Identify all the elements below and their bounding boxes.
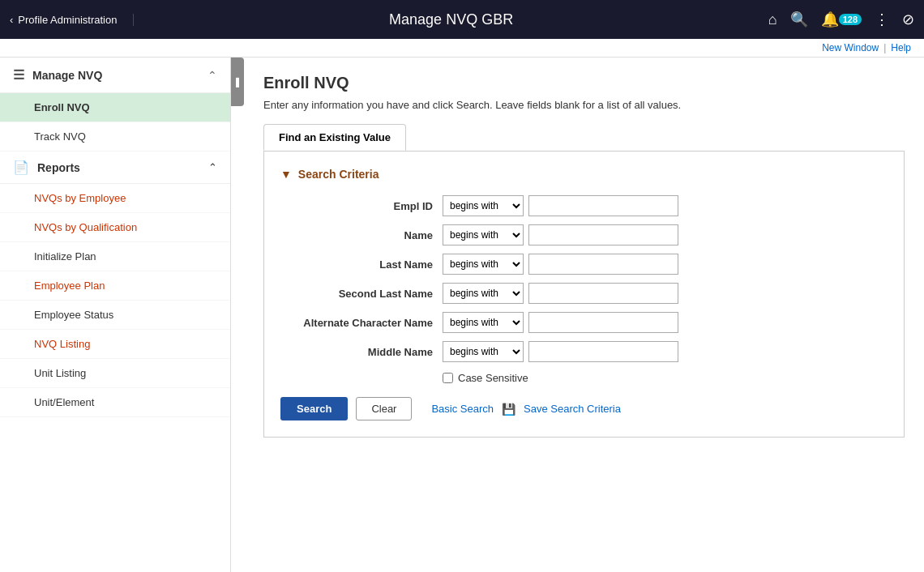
second-last-name-operator-select[interactable]: begins with contains = xyxy=(443,283,524,304)
page-header-title: Manage NVQ GBR xyxy=(134,11,768,28)
clear-button[interactable]: Clear xyxy=(356,397,412,420)
unit-element-label: Unit/Element xyxy=(34,396,94,408)
tab-find-existing-value[interactable]: Find an Existing Value xyxy=(263,124,406,151)
form-row-name: Name begins with contains = xyxy=(280,224,888,245)
search-button[interactable]: Search xyxy=(280,397,348,420)
form-row-second-last-name: Second Last Name begins with contains = xyxy=(280,283,888,304)
tab-find-existing-label: Find an Existing Value xyxy=(279,131,391,143)
case-sensitive-row: Case Sensitive xyxy=(443,372,888,384)
search-criteria-arrow-icon: ▼ xyxy=(280,168,292,181)
search-icon[interactable]: 🔍 xyxy=(790,11,808,28)
alternate-char-name-operator-select[interactable]: begins with contains = xyxy=(443,312,524,333)
alternate-char-name-label: Alternate Character Name xyxy=(280,317,443,329)
tabs-container: Find an Existing Value xyxy=(263,124,905,151)
case-sensitive-checkbox[interactable] xyxy=(443,373,453,383)
form-row-last-name: Last Name begins with contains = xyxy=(280,254,888,275)
sidebar-item-initialize-plan[interactable]: Initialize Plan xyxy=(0,242,230,271)
track-nvq-label: Track NVQ xyxy=(34,130,86,143)
save-search-criteria-button[interactable]: Save Search Criteria xyxy=(524,403,621,415)
sidebar-item-nvqs-by-employee[interactable]: NVQs by Employee xyxy=(0,184,230,213)
unit-listing-label: Unit Listing xyxy=(34,367,86,379)
notification-bell[interactable]: 🔔 128 xyxy=(821,11,862,28)
sidebar: ☰ Manage NVQ ⌃ Enroll NVQ Track NVQ 📄 Re… xyxy=(0,58,231,572)
top-bar-icons: ⌂ 🔍 🔔 128 ⋮ ⊘ xyxy=(768,11,914,28)
sidebar-section-reports[interactable]: 📄 Reports ⌃ xyxy=(0,152,230,184)
last-name-operator-select[interactable]: begins with contains = xyxy=(443,254,524,275)
sidebar-item-nvqs-by-qualification[interactable]: NVQs by Qualification xyxy=(0,213,230,242)
notification-count: 128 xyxy=(839,14,862,25)
content-area: Enroll NVQ Enter any information you hav… xyxy=(244,58,924,572)
search-criteria-title: Search Criteria xyxy=(298,168,379,181)
sidebar-collapse-handle[interactable]: ❚ xyxy=(231,58,244,106)
sidebar-item-unit-listing[interactable]: Unit Listing xyxy=(0,359,230,388)
action-buttons: Search Clear Basic Search 💾 Save Search … xyxy=(280,397,888,420)
sidebar-item-employee-plan[interactable]: Employee Plan xyxy=(0,271,230,301)
manage-nvq-icon: ☰ xyxy=(13,67,24,83)
back-label: Profile Administration xyxy=(18,14,117,26)
form-row-alternate-char-name: Alternate Character Name begins with con… xyxy=(280,312,888,333)
sidebar-item-nvq-listing[interactable]: NVQ Listing xyxy=(0,330,230,359)
empl-id-operator-select[interactable]: begins with contains = xyxy=(443,195,524,216)
name-input[interactable] xyxy=(528,224,678,245)
sidebar-manage-nvq-title: Manage NVQ xyxy=(32,69,102,82)
block-icon[interactable]: ⊘ xyxy=(902,11,914,28)
middle-name-operator-select[interactable]: begins with contains = xyxy=(443,341,524,362)
last-name-input[interactable] xyxy=(528,254,678,275)
more-options-icon[interactable]: ⋮ xyxy=(875,11,889,28)
empl-id-input[interactable] xyxy=(528,195,678,216)
nvq-listing-label: NVQ Listing xyxy=(34,338,90,350)
search-criteria-header[interactable]: ▼ Search Criteria xyxy=(280,168,888,181)
alternate-char-name-input[interactable] xyxy=(528,312,678,333)
name-operator-select[interactable]: begins with contains = xyxy=(443,224,524,245)
empl-id-label: Empl ID xyxy=(280,200,443,212)
sidebar-item-track-nvq[interactable]: Track NVQ xyxy=(0,122,230,152)
main-container: ☰ Manage NVQ ⌃ Enroll NVQ Track NVQ 📄 Re… xyxy=(0,58,924,572)
sidebar-section-manage-nvq[interactable]: ☰ Manage NVQ ⌃ xyxy=(0,58,230,93)
page-description: Enter any information you have and click… xyxy=(263,99,905,111)
middle-name-label: Middle Name xyxy=(280,346,443,358)
page-title: Enroll NVQ xyxy=(263,74,905,92)
new-window-link[interactable]: New Window xyxy=(822,42,879,53)
basic-search-label: Basic Search xyxy=(431,403,494,415)
save-search-label: Save Search Criteria xyxy=(524,403,621,415)
reports-icon: 📄 xyxy=(13,160,29,175)
name-label: Name xyxy=(280,229,443,241)
manage-nvq-chevron-icon: ⌃ xyxy=(207,69,217,82)
back-button[interactable]: ‹ Profile Administration xyxy=(10,14,134,26)
form-row-middle-name: Middle Name begins with contains = xyxy=(280,341,888,362)
sidebar-item-employee-status[interactable]: Employee Status xyxy=(0,301,230,330)
tab-content-panel: ▼ Search Criteria Empl ID begins with co… xyxy=(263,151,905,438)
second-last-name-input[interactable] xyxy=(528,283,678,304)
help-link[interactable]: Help xyxy=(891,42,911,53)
last-name-label: Last Name xyxy=(280,258,443,271)
second-last-name-label: Second Last Name xyxy=(280,288,443,300)
basic-search-button[interactable]: Basic Search xyxy=(431,403,494,415)
top-navigation-bar: ‹ Profile Administration Manage NVQ GBR … xyxy=(0,0,924,39)
home-icon[interactable]: ⌂ xyxy=(768,11,777,28)
reports-chevron-icon: ⌃ xyxy=(208,161,217,173)
collapse-icon: ❚ xyxy=(233,76,242,88)
bell-icon: 🔔 xyxy=(821,11,839,28)
initialize-plan-label: Initialize Plan xyxy=(34,250,96,263)
reports-title: Reports xyxy=(37,161,80,174)
form-row-empl-id: Empl ID begins with contains = xyxy=(280,195,888,216)
separator: | xyxy=(883,42,886,53)
sidebar-item-enroll-nvq[interactable]: Enroll NVQ xyxy=(0,93,230,122)
sidebar-item-unit-element[interactable]: Unit/Element xyxy=(0,388,230,417)
enroll-nvq-label: Enroll NVQ xyxy=(34,101,90,113)
save-search-icon: 💾 xyxy=(502,403,515,416)
nvqs-by-employee-label: NVQs by Employee xyxy=(34,192,126,204)
employee-status-label: Employee Status xyxy=(34,309,113,321)
utility-bar: New Window | Help xyxy=(0,39,924,58)
middle-name-input[interactable] xyxy=(528,341,678,362)
employee-plan-label: Employee Plan xyxy=(34,280,105,292)
nvqs-by-qualification-label: NVQs by Qualification xyxy=(34,221,137,233)
case-sensitive-label: Case Sensitive xyxy=(458,372,528,384)
back-arrow-icon: ‹ xyxy=(10,14,13,26)
